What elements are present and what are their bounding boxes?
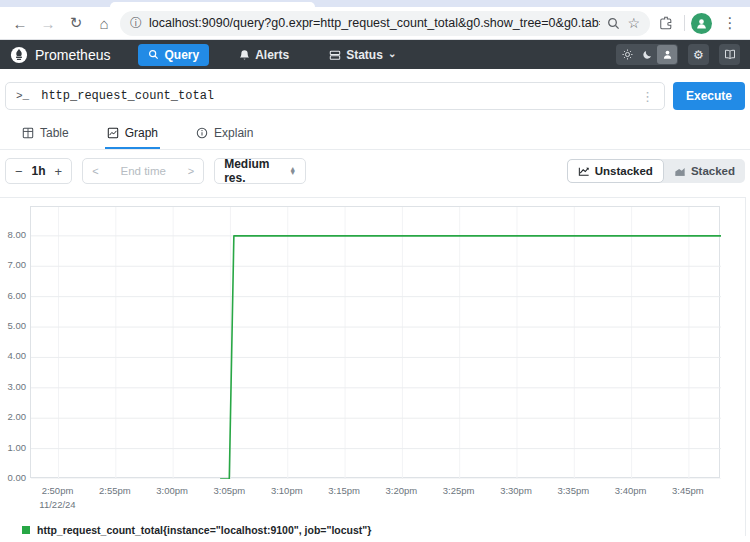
unstacked-button[interactable]: Unstacked [567, 159, 664, 183]
range-selector: − 1h + [5, 158, 72, 184]
query-row: >_ http_request_count_total ⋮ Execute [5, 82, 745, 110]
brand-name: Prometheus [35, 47, 110, 63]
nav-item-query[interactable]: Query [138, 44, 209, 66]
y-tick-label: 4.00 [0, 350, 26, 361]
stacked-chart-icon [674, 166, 686, 177]
back-icon[interactable]: ← [8, 11, 32, 35]
resolution-value: Medium res. [224, 157, 289, 185]
prometheus-logo-icon [10, 46, 28, 64]
y-tick-label: 6.00 [0, 290, 26, 301]
graph-controls: − 1h + < End time > Medium res. ▲▼ Unsta… [5, 158, 745, 184]
plot-area[interactable] [30, 206, 720, 478]
chevron-down-icon: ⌄ [388, 48, 396, 59]
search-icon [148, 49, 159, 60]
range-decrease-button[interactable]: − [15, 164, 23, 179]
x-tick-label: 3:20pm [371, 485, 431, 496]
legend-swatch-icon [22, 526, 30, 534]
prometheus-navbar: Prometheus Query Alerts Status ⌄ ⚙ [0, 40, 750, 69]
result-tabs: Table Graph Explain [0, 120, 750, 150]
address-bar[interactable]: ⓘ localhost:9090/query?g0.expr=http_requ… [120, 11, 650, 36]
resolution-select[interactable]: Medium res. ▲▼ [214, 158, 306, 184]
docs-book-icon[interactable] [719, 44, 740, 65]
browser-active-tab[interactable] [110, 2, 315, 7]
table-icon [22, 127, 34, 139]
tab-graph[interactable]: Graph [105, 120, 160, 149]
button-label: Stacked [691, 165, 735, 177]
nav-label: Query [164, 48, 199, 62]
site-info-icon[interactable]: ⓘ [130, 15, 142, 32]
expression-input[interactable]: >_ http_request_count_total ⋮ [5, 82, 665, 110]
browser-actions: ⋮ [654, 11, 742, 35]
browser-menu-icon[interactable]: ⋮ [718, 11, 742, 35]
stacking-toggle: Unstacked Stacked [567, 159, 745, 183]
query-options-kebab-icon[interactable]: ⋮ [641, 89, 654, 104]
x-tick-label: 2:55pm [85, 485, 145, 496]
settings-gear-icon[interactable]: ⚙ [688, 44, 709, 65]
unstacked-chart-icon [578, 166, 590, 177]
bookmark-star-icon[interactable]: ☆ [627, 15, 640, 31]
x-tick-label: 3:25pm [429, 485, 489, 496]
home-icon[interactable]: ⌂ [92, 11, 116, 35]
terminal-prompt-icon: >_ [16, 90, 29, 102]
x-tick-label: 3:45pm [658, 485, 718, 496]
theme-auto-icon[interactable] [657, 45, 677, 64]
graph-panel: 0.001.002.003.004.005.006.007.008.00 2:5… [0, 197, 746, 536]
extensions-icon[interactable] [654, 11, 678, 35]
nav-item-alerts[interactable]: Alerts [229, 44, 299, 66]
toolbar-divider [684, 15, 685, 31]
tab-label: Explain [214, 126, 253, 140]
x-axis: 2:50pm11/22/242:55pm3:00pm3:05pm3:10pm3:… [0, 480, 745, 514]
tab-table[interactable]: Table [20, 120, 71, 149]
button-label: Unstacked [595, 165, 653, 177]
tab-label: Graph [125, 126, 158, 140]
x-tick-label: 3:00pm [142, 485, 202, 496]
x-tick-label: 3:05pm [199, 485, 259, 496]
theme-dark-icon[interactable] [637, 45, 657, 64]
nav-label: Alerts [255, 48, 289, 62]
x-axis-date-label: 11/22/24 [28, 499, 88, 510]
profile-avatar[interactable] [691, 13, 712, 34]
bell-icon [239, 49, 250, 61]
y-tick-label: 7.00 [0, 259, 26, 270]
legend-item[interactable]: http_request_count_total{instance="local… [22, 524, 745, 536]
legend-label: http_request_count_total{instance="local… [37, 524, 371, 536]
range-increase-button[interactable]: + [55, 164, 63, 179]
x-tick-label: 3:35pm [543, 485, 603, 496]
url-text[interactable]: localhost:9090/query?g0.expr=http_reques… [149, 16, 600, 30]
end-time-back-arrow[interactable]: < [92, 165, 98, 177]
end-time-forward-arrow[interactable]: > [188, 165, 194, 177]
line-chart [31, 207, 721, 479]
nav-item-status[interactable]: Status ⌄ [319, 44, 406, 66]
x-tick-label: 2:50pm [28, 485, 88, 496]
info-circle-icon [196, 127, 208, 139]
x-tick-label: 3:40pm [601, 485, 661, 496]
tab-explain[interactable]: Explain [194, 120, 255, 149]
forward-icon[interactable]: → [36, 11, 60, 35]
tab-label: Table [40, 126, 69, 140]
y-tick-label: 1.00 [0, 442, 26, 453]
graph-icon [107, 127, 119, 139]
reload-icon[interactable]: ↻ [64, 11, 88, 35]
end-time-placeholder: End time [121, 165, 166, 177]
theme-toggle-group [616, 44, 678, 65]
x-tick-label: 3:10pm [257, 485, 317, 496]
chart-legend: http_request_count_total{instance="local… [22, 524, 745, 536]
x-tick-label: 3:15pm [314, 485, 374, 496]
y-tick-label: 3.00 [0, 381, 26, 392]
x-tick-label: 3:30pm [486, 485, 546, 496]
server-icon [329, 49, 341, 61]
end-time-picker[interactable]: < End time > [82, 158, 204, 184]
y-tick-label: 2.00 [0, 411, 26, 422]
expression-text[interactable]: http_request_count_total [41, 89, 641, 103]
stacked-button[interactable]: Stacked [664, 159, 745, 183]
select-chevrons-icon: ▲▼ [289, 167, 296, 175]
brand[interactable]: Prometheus [10, 46, 110, 64]
theme-light-icon[interactable] [617, 45, 637, 64]
browser-tab-strip [0, 0, 750, 7]
chart-region: 0.001.002.003.004.005.006.007.008.00 [0, 206, 745, 480]
zoom-icon[interactable] [607, 17, 620, 30]
y-tick-label: 5.00 [0, 320, 26, 331]
execute-button[interactable]: Execute [673, 82, 745, 110]
range-value[interactable]: 1h [32, 164, 46, 178]
browser-toolbar: ← → ↻ ⌂ ⓘ localhost:9090/query?g0.expr=h… [0, 7, 750, 40]
